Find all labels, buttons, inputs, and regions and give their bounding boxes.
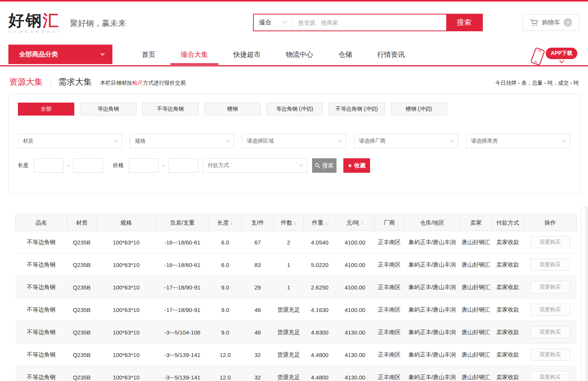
tab-channel-steel-punched[interactable]: 槽钢 (冲切) xyxy=(391,103,447,116)
table-cell: 唐山好钢汇 xyxy=(460,344,492,366)
buy-button[interactable]: 我要购买 xyxy=(530,259,570,271)
table-cell: 4130.00 xyxy=(336,366,374,381)
price-label: 价格 xyxy=(113,162,123,169)
column-label: 卖家 xyxy=(470,219,482,226)
filter-panel: 全部 等边角钢 不等边角钢 槽钢 等边角钢 (冲切) 不等边角钢 (冲切) 槽钢… xyxy=(8,94,580,194)
table-cell: 100*63*10 xyxy=(97,366,156,381)
sort-descending-icon[interactable]: ↓ xyxy=(294,220,296,226)
note-text: 本栏目钢材按 xyxy=(100,80,132,86)
category-tabs: 全部 等边角钢 不等边角钢 槽钢 等边角钢 (冲切) 不等边角钢 (冲切) 槽钢… xyxy=(18,103,570,116)
tab-channel-steel[interactable]: 槽钢 xyxy=(204,103,261,116)
chevron-down-icon xyxy=(561,138,566,142)
buy-button[interactable]: 我要购买 xyxy=(530,281,570,293)
tab-resource-market[interactable]: 资源大集 xyxy=(9,76,43,88)
column-label: 操作 xyxy=(545,219,556,226)
length-label: 长度 xyxy=(18,162,29,169)
spec-select[interactable]: 规格 xyxy=(130,134,234,148)
site-logo[interactable]: 好钢汇 HAOGANGHUI xyxy=(8,12,62,34)
column-label: 材质 xyxy=(76,219,88,226)
table-cell: -3~-5/139-141 xyxy=(156,366,209,381)
table-cell: -16~-18/60-61 xyxy=(156,254,209,276)
sort-descending-icon[interactable]: ↓ xyxy=(361,220,364,226)
column-label: 付款方式 xyxy=(497,219,519,226)
warehouse-select[interactable]: 请选择库房 xyxy=(466,134,570,148)
tab-unequal-angle-steel-punched[interactable]: 不等边角钢 (冲切) xyxy=(328,103,385,116)
buy-button[interactable]: 我要购买 xyxy=(530,326,570,338)
manufacturer-select[interactable]: 请选择厂商 xyxy=(354,134,458,148)
payment-method-select[interactable]: 付款方式 xyxy=(203,158,308,173)
stats-text: 今日挂牌 xyxy=(495,80,518,86)
table-cell: 唐山好钢汇 xyxy=(460,321,492,344)
table-cell: 不等边角钢 xyxy=(16,276,67,299)
app-download[interactable]: APP下载 xyxy=(532,43,580,65)
chevron-down-icon xyxy=(559,58,564,63)
all-categories-button[interactable]: 全部商品分类 xyxy=(8,45,112,64)
nav-item-market-news[interactable]: 行情资讯 xyxy=(365,43,417,65)
buy-button[interactable]: 我要购买 xyxy=(530,371,570,381)
table-cell: 4.0540 xyxy=(304,231,336,254)
table-cell: 不等边角钢 xyxy=(16,254,67,276)
length-min-input[interactable] xyxy=(34,158,64,173)
table-cell: 卖家收款 xyxy=(492,299,524,321)
table-cell: -3~-5/139-141 xyxy=(156,344,209,366)
tab-equal-angle-steel[interactable]: 等边角钢 xyxy=(80,103,136,116)
column-header[interactable]: 件数↓ xyxy=(274,215,304,231)
table-cell: 5.0220 xyxy=(304,254,336,276)
search-category-select[interactable]: 撮合 xyxy=(254,14,292,31)
table-cell: Q235B xyxy=(67,231,97,254)
tab-all[interactable]: 全部 xyxy=(18,103,74,116)
column-header: 材质 xyxy=(67,215,97,231)
logo-subtext: HAOGANGHUI xyxy=(8,30,62,34)
buy-button[interactable]: 我要购买 xyxy=(530,236,570,248)
tab-demand-market[interactable]: 需求大集 xyxy=(58,76,92,88)
column-label: 厂商 xyxy=(384,219,395,226)
logo-accent: 汇 xyxy=(43,11,60,29)
column-header: 支/件 xyxy=(242,215,274,231)
buy-button[interactable]: 我要购买 xyxy=(530,349,570,361)
table-cell-action: 我要购买 xyxy=(524,321,577,344)
column-header[interactable]: 长度↓ xyxy=(209,215,242,231)
search-button[interactable]: 搜索 xyxy=(446,14,482,31)
price-max-input[interactable] xyxy=(168,158,198,173)
listings-table: 品名材质规格负差/支重长度↓支/件件数↓件重↓元/吨↓厂商仓库/地区卖家付款方式… xyxy=(15,214,577,381)
stats-text: 条，总量 xyxy=(520,80,544,86)
cart-icon xyxy=(530,19,538,26)
table-cell: -16~-18/60-61 xyxy=(156,231,209,254)
search-input[interactable] xyxy=(292,14,446,31)
column-header[interactable]: 件重↓ xyxy=(304,215,336,231)
column-label: 元/吨 xyxy=(346,219,359,226)
favorite-button[interactable]: ★ 收藏 xyxy=(343,158,370,173)
material-select[interactable]: 材质 xyxy=(18,134,122,148)
table-row: 不等边角钢Q235B100*63*10-17~-18/90-919.046货源充… xyxy=(16,299,577,321)
nav-item-logistics[interactable]: 物流中心 xyxy=(273,43,326,65)
table-cell: 货源充足 xyxy=(274,344,304,366)
nav-item-warehouse[interactable]: 仓储 xyxy=(326,43,365,65)
tab-unequal-angle-steel[interactable]: 不等边角钢 xyxy=(142,103,199,116)
table-cell: 6.0 xyxy=(209,231,242,254)
filter-search-button[interactable]: 搜索 xyxy=(312,158,336,173)
buy-button[interactable]: 我要购买 xyxy=(530,304,570,316)
nav-item-quick-store[interactable]: 快捷超市 xyxy=(221,43,273,65)
sort-descending-icon[interactable]: ↓ xyxy=(231,220,233,226)
table-cell: 1 xyxy=(274,254,304,276)
region-select[interactable]: 请选择区域 xyxy=(242,134,346,148)
nav-item-home[interactable]: 首页 xyxy=(129,43,168,65)
table-cell: 100*63*10 xyxy=(97,344,156,366)
table-cell-action: 我要购买 xyxy=(524,344,577,366)
cart-button[interactable]: 购物车 0 xyxy=(522,14,580,31)
length-max-input[interactable] xyxy=(73,158,103,173)
sort-descending-icon[interactable]: ↓ xyxy=(325,220,328,226)
table-cell: 100*63*10 xyxy=(97,276,156,299)
tab-equal-angle-steel-punched[interactable]: 等边角钢 (冲切) xyxy=(266,103,323,116)
table-cell: 唐山好钢汇 xyxy=(460,254,492,276)
main-nav: 全部商品分类 首页 撮合大集 快捷超市 物流中心 仓储 行情资讯 APP下载 xyxy=(0,43,588,66)
column-header[interactable]: 元/吨↓ xyxy=(336,215,374,231)
phone-icon xyxy=(530,47,546,66)
column-header: 规格 xyxy=(97,215,156,231)
daily-stats: 今日挂牌 - 条，总量 - 吨，成交 - 吨 xyxy=(495,80,579,87)
table-cell: 象屿正丰/唐山丰润 xyxy=(405,299,460,321)
nav-item-matching-market[interactable]: 撮合大集 xyxy=(168,43,221,65)
column-header: 负差/支重 xyxy=(156,215,209,231)
vertical-scrollbar[interactable] xyxy=(581,206,585,381)
price-min-input[interactable] xyxy=(129,158,159,173)
